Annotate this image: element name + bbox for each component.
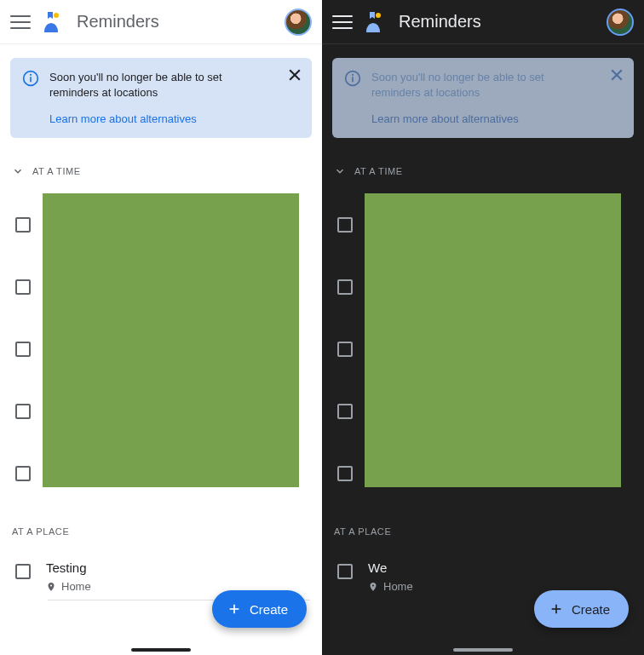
close-icon[interactable]: [286, 66, 303, 83]
create-button[interactable]: Create: [212, 590, 307, 628]
reminder-row[interactable]: [322, 193, 644, 256]
place-reminder-item[interactable]: We Home: [322, 549, 644, 593]
info-icon: [22, 70, 39, 87]
checkbox[interactable]: [15, 342, 31, 357]
page-title: Reminders: [399, 12, 596, 32]
banner-message: Soon you'll no longer be able to set rem…: [371, 70, 550, 101]
time-section-label: AT A TIME: [32, 166, 81, 176]
banner-link[interactable]: Learn more about alternatives: [371, 112, 519, 125]
checkbox[interactable]: [15, 466, 31, 481]
time-reminders-list: [0, 193, 322, 504]
place-section-label: AT A PLACE: [322, 526, 644, 549]
checkbox[interactable]: [15, 404, 31, 419]
create-button-label: Create: [572, 602, 610, 617]
time-section-header[interactable]: AT A TIME: [0, 148, 322, 184]
reminder-row[interactable]: [0, 380, 322, 442]
plus-icon: [227, 602, 241, 616]
info-icon: [344, 70, 361, 87]
time-section-label: AT A TIME: [354, 166, 403, 176]
checkbox[interactable]: [15, 279, 31, 295]
location-pin-icon: [46, 581, 56, 593]
plus-icon: [549, 602, 563, 616]
menu-icon[interactable]: [332, 12, 353, 32]
banner-link[interactable]: Learn more about alternatives: [49, 112, 197, 125]
dark-pane: Reminders Soon you'll no longer be able …: [322, 0, 644, 655]
reminder-row[interactable]: [322, 442, 644, 504]
reminder-row[interactable]: [322, 380, 644, 442]
nav-handle[interactable]: [131, 648, 191, 652]
checkbox[interactable]: [337, 404, 353, 419]
time-reminders-list: [322, 193, 644, 504]
checkbox[interactable]: [337, 564, 353, 579]
reminder-row[interactable]: [322, 256, 644, 318]
reminders-app-icon: [41, 10, 61, 34]
svg-point-3: [30, 74, 32, 76]
location-pin-icon: [368, 581, 378, 593]
menu-icon[interactable]: [10, 12, 31, 32]
light-pane: Reminders Soon you'll no longer be able …: [0, 0, 322, 655]
checkbox[interactable]: [337, 342, 353, 357]
reminder-row[interactable]: [322, 318, 644, 380]
create-button-label: Create: [250, 602, 288, 617]
reminder-row[interactable]: [0, 256, 322, 318]
place-item-title: Testing: [46, 560, 310, 575]
place-reminder-item[interactable]: Testing Home: [0, 549, 322, 593]
profile-avatar[interactable]: [285, 9, 312, 36]
svg-point-8: [376, 13, 381, 18]
reminder-row[interactable]: [0, 318, 322, 380]
profile-avatar[interactable]: [607, 9, 634, 36]
create-button[interactable]: Create: [534, 590, 629, 628]
svg-point-0: [54, 13, 59, 18]
svg-point-11: [352, 74, 354, 76]
place-item-title: We: [368, 560, 632, 575]
reminder-row[interactable]: [0, 442, 322, 504]
place-section: AT A PLACE Testing Home: [0, 526, 322, 600]
app-header: Reminders: [322, 0, 644, 44]
app-header: Reminders: [0, 0, 322, 44]
checkbox[interactable]: [337, 217, 353, 233]
checkbox[interactable]: [337, 466, 353, 481]
chevron-down-icon: [12, 165, 24, 177]
place-section: AT A PLACE We Home: [322, 526, 644, 593]
banner-message: Soon you'll no longer be able to set rem…: [49, 70, 228, 101]
place-section-label: AT A PLACE: [0, 526, 322, 549]
checkbox[interactable]: [15, 564, 31, 579]
info-banner: Soon you'll no longer be able to set rem…: [332, 58, 634, 138]
page-title: Reminders: [77, 12, 274, 32]
reminders-app-icon: [363, 10, 383, 34]
close-icon[interactable]: [608, 66, 625, 83]
nav-handle[interactable]: [453, 648, 513, 652]
reminder-row[interactable]: [0, 193, 322, 256]
checkbox[interactable]: [15, 217, 31, 233]
time-section-header[interactable]: AT A TIME: [322, 148, 644, 184]
chevron-down-icon: [334, 165, 346, 177]
info-banner: Soon you'll no longer be able to set rem…: [10, 58, 312, 138]
checkbox[interactable]: [337, 279, 353, 295]
